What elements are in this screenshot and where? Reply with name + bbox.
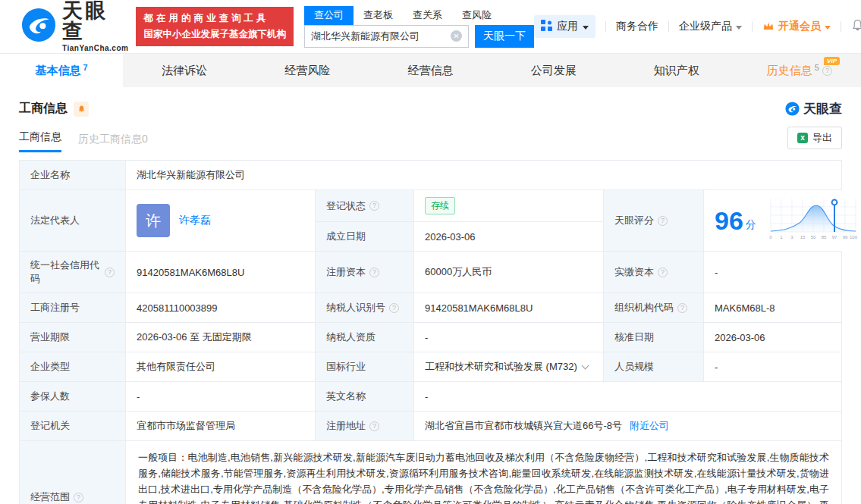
tab-history-info[interactable]: VIP 历史信息 5 ?	[738, 54, 861, 87]
tab-count: 5	[815, 63, 819, 72]
svg-text:99: 99	[842, 235, 847, 239]
insured-value: -	[126, 382, 316, 411]
slogan-line1: 都在用的商业查询工具	[143, 11, 286, 27]
help-icon[interactable]: ?	[658, 268, 668, 277]
help-icon[interactable]: ?	[74, 493, 83, 502]
table-row: 参保人数 - 英文名称 -	[20, 382, 841, 412]
company-type-value: 其他有限责任公司	[126, 352, 316, 381]
tab-basic-info[interactable]: 基本信息 7	[0, 54, 123, 87]
taxpayer-no-value: 91420581MAK6M68L8U	[414, 293, 604, 322]
table-row: 企业类型 其他有限责任公司 国标行业 工程和技术研究和试验发展 (M732) 人…	[20, 352, 841, 382]
help-icon[interactable]: ?	[389, 303, 399, 313]
subtab-current-business-info[interactable]: 工商信息	[19, 130, 61, 152]
subtab-history-business-info[interactable]: 历史工商信息0	[78, 133, 148, 152]
search-input[interactable]	[305, 30, 451, 42]
avatar[interactable]: 许	[137, 204, 170, 237]
address-text: 湖北省宜昌市宜都市枝城镇兴宜大道66号-8号	[425, 419, 622, 433]
clear-search-icon[interactable]: ✕	[451, 30, 462, 42]
apps-menu[interactable]: 应用	[534, 15, 595, 38]
legal-rep-link[interactable]: 许孝磊	[179, 214, 211, 227]
apps-label: 应用	[557, 20, 578, 33]
label-text: 纳税人识别号	[326, 301, 385, 315]
approve-date-label: 核准日期	[604, 323, 704, 352]
help-icon[interactable]: ?	[105, 268, 115, 277]
nearby-companies-link[interactable]: 附近公司	[630, 419, 669, 433]
table-row: 营业期限 2026-03-06 至 无固定期限 纳税人资质 - 核准日期 202…	[20, 323, 841, 352]
search-button[interactable]: 天眼一下	[475, 25, 534, 48]
divider	[752, 21, 753, 32]
vip-label: 开通会员	[778, 20, 821, 33]
section-title: 工商信息	[19, 101, 68, 117]
credit-code-label: 统一社会信用代码 ?	[20, 252, 126, 293]
legal-rep-label: 法定代表人	[20, 190, 126, 251]
nav-business-cooperation[interactable]: 商务合作	[616, 20, 658, 33]
industry-value: 工程和技术研究和试验发展 (M732)	[414, 352, 604, 381]
tab-label: 法律诉讼	[162, 64, 207, 78]
help-icon[interactable]: ?	[658, 216, 668, 226]
chevron-down-icon	[583, 26, 589, 30]
label-text: 组织机构代码	[614, 301, 674, 315]
svg-text:0: 0	[769, 235, 772, 239]
tab-operation-risk[interactable]: 经营风险	[246, 54, 369, 87]
score-number: 96	[715, 208, 743, 233]
svg-text:1: 1	[780, 235, 783, 239]
staff-scale-value: -	[704, 352, 841, 381]
tab-count: 7	[83, 63, 88, 72]
svg-text:3: 3	[790, 235, 793, 239]
divider	[605, 21, 606, 32]
label-text: 经营范围	[30, 490, 70, 504]
reg-authority-value: 宜都市市场监督管理局	[126, 412, 316, 440]
insured-label: 参保人数	[20, 382, 126, 411]
chevron-down-icon[interactable]	[581, 362, 589, 369]
taxpayer-quality-value: -	[414, 323, 604, 352]
divider	[668, 21, 669, 32]
status-badge: 存续	[425, 197, 455, 214]
table-row: 统一社会信用代码 ? 91420581MAK6M68L8U 注册资本 ? 600…	[20, 252, 841, 293]
help-icon[interactable]: ?	[822, 66, 832, 76]
divider	[841, 21, 841, 32]
reg-status-label: 登记状态 ?	[316, 190, 414, 221]
subscribe-bell-icon[interactable]	[74, 102, 89, 117]
search-tab-company[interactable]: 查公司	[304, 6, 354, 25]
score-distribution-chart: 0 1 3 15 50 85 97 99 100	[768, 198, 858, 244]
crown-icon	[762, 20, 775, 33]
org-code-label: 组织机构代码 ?	[604, 293, 704, 322]
search-box: ✕	[304, 25, 469, 48]
reg-authority-label: 登记机关	[20, 412, 126, 440]
reg-capital-value: 60000万人民币	[414, 252, 604, 293]
legal-rep-value: 许 许孝磊	[126, 190, 316, 251]
taxpayer-quality-label: 纳税人资质	[316, 323, 414, 352]
tab-operation-info[interactable]: 经营信息	[369, 54, 492, 87]
paid-capital-value: -	[704, 252, 841, 293]
table-row: 经营范围 ? 一般项目：电池制造,电池销售,新兴能源技术研发,新能源汽车废旧动力…	[20, 441, 841, 504]
svg-text:97: 97	[831, 235, 837, 239]
watermark-logo: 天眼查	[785, 100, 842, 117]
search-tab-boss[interactable]: 查老板	[354, 6, 403, 25]
help-icon[interactable]: ?	[369, 201, 379, 211]
help-icon[interactable]: ?	[677, 303, 687, 313]
nav-enterprise-products[interactable]: 企业级产品	[679, 20, 742, 33]
svg-text:85: 85	[821, 235, 826, 239]
establish-date-label: 成立日期	[316, 222, 414, 251]
label-text: 实缴资本	[614, 265, 654, 279]
help-icon[interactable]: ?	[369, 421, 379, 431]
tab-company-development[interactable]: 公司发展	[492, 54, 615, 87]
label-text: 注册资本	[326, 265, 366, 279]
help-icon[interactable]: ?	[369, 268, 379, 277]
main-content: 工商信息 天眼查 工商信息 历史工商信息0 x 导出 企业名称 湖北华兴新能源有…	[0, 100, 861, 504]
search-tab-risk[interactable]: 查风险	[452, 6, 501, 25]
apps-grid-icon	[541, 20, 552, 33]
notification-bell-icon[interactable]	[851, 19, 861, 34]
tab-legal-litigation[interactable]: 法律诉讼	[123, 54, 246, 87]
tab-label: 经营信息	[407, 64, 453, 78]
tab-intellectual-property[interactable]: 知识产权	[615, 54, 738, 87]
chevron-down-icon	[736, 26, 742, 30]
search-tab-relation[interactable]: 查关系	[403, 6, 452, 25]
table-row: 法定代表人 许 许孝磊 登记状态 ? 存续 成立日期 2026-03-0	[20, 190, 841, 252]
company-type-label: 企业类型	[20, 352, 126, 381]
export-button[interactable]: x 导出	[787, 127, 842, 149]
nav-open-vip[interactable]: 开通会员	[762, 20, 831, 33]
tianyancha-logo[interactable]: 天眼查 TianYanCha.com	[21, 1, 128, 52]
org-code-value: MAK6M68L-8	[704, 293, 841, 322]
subtab-row: 工商信息 历史工商信息0 x 导出	[19, 127, 842, 152]
